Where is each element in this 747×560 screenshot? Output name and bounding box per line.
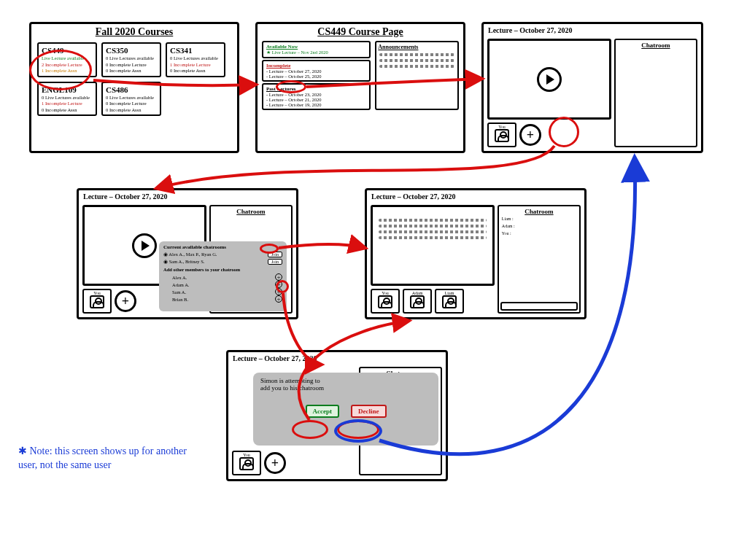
lecture-header: Lecture – October 27, 2020 (484, 24, 701, 36)
add-person-button[interactable]: + (275, 288, 282, 295)
lecture-header: Lecture – October 27, 2020 (228, 352, 446, 365)
course-status-assn: 0 Incomplete Assn (106, 68, 157, 74)
room-members: Alex A., Max P., Ryan G. (169, 252, 217, 257)
courses-title: Fall 2020 Courses (31, 24, 237, 39)
course-card-cs350[interactable]: CS350 0 Live Lectures available 0 Incomp… (101, 42, 161, 77)
add-person-button[interactable]: + (275, 295, 282, 303)
lecture-panel-addpopup: Lecture – October 27, 2020 You + Chatroo… (77, 188, 298, 319)
course-card-cs449[interactable]: CS449 Live Lecture available 2 Incomplet… (37, 42, 97, 77)
course-code: CS350 (106, 45, 157, 55)
section-heading: Available Now (266, 44, 366, 50)
participant-you: You (371, 289, 400, 314)
lecture-link[interactable]: - Lecture – October 23, 2020 (266, 92, 366, 97)
course-status-live: 0 Live Lectures available (170, 55, 221, 61)
chat-message: Liam : (502, 217, 576, 221)
course-code: CS486 (106, 85, 157, 95)
course-status-assn: 0 Incomplete Assn (170, 68, 221, 74)
lecture-panel-activechat: Lecture – October 27, 2020 You Adam Liam… (365, 188, 587, 319)
course-status-lecture: 1 Incomplete Lecture (42, 101, 93, 106)
incomplete-section: Incomplete - Lecture – October 27, 2020 … (262, 60, 371, 82)
join-button[interactable]: Join (268, 259, 282, 265)
add-person-button[interactable]: + (275, 281, 282, 288)
course-status-assn: 0 Incomplete Assn (42, 107, 93, 113)
avatar-icon (239, 457, 254, 470)
avatar-icon (410, 295, 425, 308)
room-members: Sam A., Britney S. (169, 259, 205, 264)
avatar-icon (495, 129, 509, 142)
add-participant-button[interactable]: + (519, 124, 541, 146)
participant-liam: Liam (435, 289, 464, 314)
course-status-assn: 1 Incomplete Assn (42, 68, 93, 74)
lecture-link[interactable]: - Lecture – October 25, 2020 (266, 74, 366, 79)
announcements-heading: Announcements (378, 44, 456, 50)
chatroom-heading: Chatroom (212, 208, 290, 215)
available-section: Available Now ★ Live Lecture – Nov 2nd 2… (262, 41, 371, 58)
participant-you: You (232, 451, 261, 475)
lecture-link[interactable]: - Lecture – October 19, 2020 (266, 102, 366, 107)
participant-adam: Adam (403, 289, 432, 314)
course-status-assn: 0 Incomplete Assn (106, 107, 157, 113)
course-status-lecture: 0 Incomplete Lecture (106, 101, 157, 106)
person-name: Adam A. (172, 282, 189, 287)
person-name: Sam A. (172, 289, 186, 295)
play-icon[interactable] (132, 233, 157, 258)
course-page-title: CS449 Course Page (258, 24, 463, 39)
decline-button[interactable]: Decline (351, 405, 387, 418)
invite-message: add you to his chatroom (260, 384, 431, 392)
lecture-link[interactable]: - Lecture – October 21, 2020 (266, 97, 366, 102)
video-player[interactable] (371, 205, 495, 286)
chat-message: You : (502, 231, 576, 236)
course-page-panel: CS449 Course Page Available Now ★ Live L… (255, 22, 465, 153)
chat-message: Adam : (502, 224, 576, 228)
invite-message: Simon is attempting to (260, 377, 431, 384)
course-card-engl109[interactable]: ENGL109 0 Live Lectures available 1 Inco… (37, 82, 97, 117)
past-section: Past Lectures - Lecture – October 23, 20… (262, 83, 371, 110)
avatar-icon (378, 295, 392, 308)
participant-you: You (82, 289, 112, 314)
course-status-live: Live Lecture available (42, 55, 93, 61)
course-code: ENGL109 (42, 85, 93, 95)
lecture-panel-invite: Lecture – October 27, 2020 You + Chatroo… (226, 350, 448, 481)
popup-heading: Current available chatrooms (163, 244, 282, 250)
popup-subheading: Add other members to your chatroom (163, 267, 282, 272)
participant-you: You (487, 122, 516, 147)
add-participant-button[interactable]: + (264, 452, 286, 474)
course-grid: CS449 Live Lecture available 2 Incomplet… (31, 39, 237, 119)
courses-panel: Fall 2020 Courses CS449 Live Lecture ava… (29, 22, 239, 153)
course-card-cs341[interactable]: CS341 0 Live Lectures available 1 Incomp… (166, 42, 225, 77)
course-card-cs486[interactable]: CS486 0 Live Lectures available 0 Incomp… (101, 82, 161, 117)
lecture-header: Lecture – October 27, 2020 (367, 190, 584, 203)
lecture-link[interactable]: - Lecture – October 27, 2020 (266, 69, 366, 74)
accept-button[interactable]: Accept (306, 405, 340, 418)
play-icon[interactable] (537, 67, 562, 92)
course-code: CS341 (170, 45, 221, 55)
chat-input[interactable] (500, 302, 578, 311)
video-player[interactable] (487, 39, 611, 120)
add-person-button[interactable]: + (275, 273, 282, 281)
chatroom-option: ◉ Alex A., Max P., Ryan G. Join (163, 252, 282, 257)
chatroom: Chatroom Liam : Adam : You : (498, 205, 581, 314)
course-status-lecture: 1 Incomplete Lecture (170, 62, 221, 68)
lecture-panel-initial: Lecture – October 27, 2020 You + Chatroo… (481, 22, 703, 153)
section-heading: Past Lectures (266, 86, 366, 92)
add-participant-button[interactable]: + (115, 290, 136, 312)
avatar-icon (90, 295, 104, 308)
person-name: Brian B. (172, 297, 188, 302)
avatar-icon (442, 295, 457, 308)
course-status-lecture: 2 Incomplete Lecture (42, 62, 93, 68)
chatroom-heading: Chatroom (500, 208, 578, 215)
footnote: ✱ Note: this screen shows up for another… (18, 445, 201, 472)
course-code: CS449 (42, 45, 93, 55)
course-status-live: 0 Live Lectures available (106, 55, 157, 61)
announcements-box: Announcements (375, 41, 459, 110)
chatroom: Chatroom (614, 39, 697, 147)
course-status-live: 0 Live Lectures available (106, 95, 157, 101)
lecture-header: Lecture – October 27, 2020 (79, 190, 296, 203)
chatroom-option: ◉ Sam A., Britney S. Join (163, 259, 282, 265)
section-heading: Incomplete (266, 63, 366, 69)
course-status-lecture: 0 Incomplete Lecture (106, 62, 157, 68)
available-item[interactable]: ★ Live Lecture – Nov 2nd 2020 (266, 50, 366, 55)
person-name: Alex A. (172, 275, 187, 280)
invite-overlay: Simon is attempting to add you to his ch… (253, 373, 438, 446)
join-button[interactable]: Join (268, 252, 282, 257)
